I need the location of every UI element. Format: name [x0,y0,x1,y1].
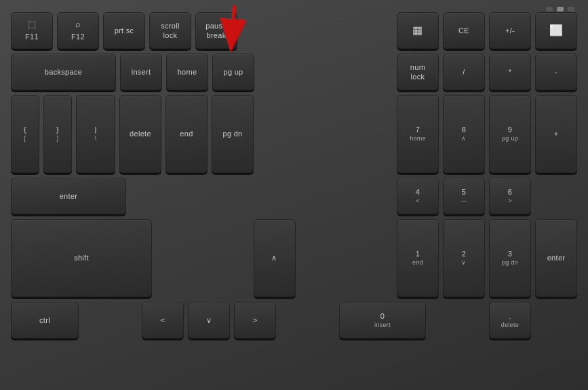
key-num6[interactable]: 6 > [489,178,531,214]
row-bracket: { [ } ] | \ delete end pg dn 7 home 8 ∧ [11,95,577,173]
spacer-4 [130,178,393,214]
key-calculator[interactable]: ▦ [397,12,439,49]
key-num-slash[interactable]: / [443,54,485,90]
key-pgdn[interactable]: pg dn [212,95,254,173]
spacer-7 [83,302,138,338]
spacer-8 [280,302,335,338]
key-backslash[interactable]: | \ [76,95,115,173]
spacer-1 [241,12,393,49]
row-ctrl: ctrl < ∨ > 0 insert . delete [11,302,577,338]
key-num8[interactable]: 8 ∧ [443,95,485,173]
key-backspace[interactable]: backspace [11,54,116,90]
key-curly-open[interactable]: { [ [11,95,39,173]
key-numlock[interactable]: num lock [397,54,439,90]
key-home[interactable]: home [166,54,208,90]
key-curly-close[interactable]: } ] [43,95,72,173]
key-num5[interactable]: 5 — [443,178,485,214]
key-down-arrow[interactable]: ∨ [188,302,230,338]
row-backspace: backspace insert home pg up num lock / *… [11,54,577,90]
key-f11[interactable]: ⬚ F11 [11,12,53,49]
key-num-minus[interactable]: - [535,54,577,90]
key-num3[interactable]: 3 pg dn [489,219,531,297]
key-pausebreak[interactable]: pause break [195,12,237,49]
row-enter: enter 4 < 5 — 6 > [11,178,577,214]
key-shift[interactable]: shift [11,219,152,297]
spacer-9 [430,302,485,338]
indicator-dots [546,7,574,12]
key-right-arrow[interactable]: > [234,302,276,338]
row-function: ⬚ F11 ⌕ F12 prt sc scroll lock pause bre… [11,12,577,49]
key-delete[interactable]: delete [119,95,161,173]
spacer-2 [258,54,393,90]
key-end[interactable]: end [165,95,208,173]
key-monitor[interactable]: ⬜ [535,12,577,49]
key-num-plus[interactable]: + [535,95,577,173]
key-prtsc[interactable]: prt sc [103,12,145,49]
key-num2[interactable]: 2 ∨ [443,219,485,297]
key-left-arrow[interactable]: < [142,302,184,338]
dot-3 [568,7,574,12]
keyboard: ⬚ F11 ⌕ F12 prt sc scroll lock pause bre… [0,0,588,390]
key-ce[interactable]: CE [443,12,485,49]
row-shift: shift ∧ 1 end 2 ∨ 3 pg dn enter [11,219,577,297]
key-num0[interactable]: 0 insert [339,302,426,338]
dot-1 [546,7,553,12]
key-enter[interactable]: enter [11,178,126,214]
key-numpad-enter[interactable]: enter [535,219,577,297]
key-num4[interactable]: 4 < [397,178,439,214]
spacer-5 [156,219,250,297]
key-ctrl[interactable]: ctrl [11,302,79,338]
key-num9[interactable]: 9 pg up [489,95,531,173]
key-plusminus[interactable]: +/- [489,12,531,49]
spacer-3 [258,95,393,173]
key-up-arrow[interactable]: ∧ [254,219,296,297]
key-scrolllock[interactable]: scroll lock [149,12,191,49]
monitor-icon: ⬜ [549,24,563,38]
dot-2 [557,7,564,12]
key-pgup[interactable]: pg up [212,54,254,90]
key-insert[interactable]: insert [120,54,162,90]
key-num1[interactable]: 1 end [397,219,439,297]
spacer-6 [300,219,393,297]
calculator-icon: ▦ [412,24,423,38]
key-num-dot[interactable]: . delete [489,302,531,338]
key-f12[interactable]: ⌕ F12 [57,12,99,49]
key-num7[interactable]: 7 home [397,95,439,173]
key-num-star[interactable]: * [489,54,531,90]
